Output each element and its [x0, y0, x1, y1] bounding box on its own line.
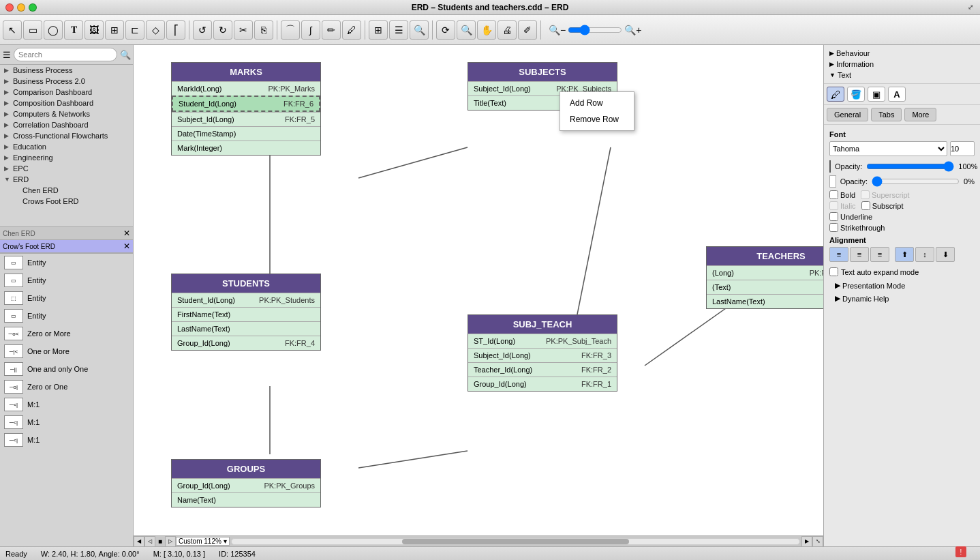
align-bottom-button[interactable]: ⬇	[936, 247, 955, 262]
italic-checkbox[interactable]	[829, 201, 838, 210]
dynamic-help-item[interactable]: ▶ Dynamic Help	[829, 292, 975, 305]
subj-teach-row-1[interactable]: Subject_Id(Long) FK:FR_3	[468, 348, 617, 362]
marks-row-1[interactable]: Student_Id(Long) FK:FR_6	[172, 95, 320, 112]
subscript-label[interactable]: Subscript	[861, 201, 904, 210]
shape-tool[interactable]: ◇	[146, 20, 165, 40]
zoom-dropdown-icon[interactable]: ▾	[224, 537, 227, 545]
superscript-checkbox[interactable]	[861, 190, 870, 199]
maximize-button[interactable]	[29, 3, 37, 12]
marks-row-3[interactable]: Date(TimeStamp)	[172, 126, 320, 141]
shape-item-entity[interactable]: ▭Entity	[0, 307, 133, 325]
stamp-tool[interactable]: ⎡	[166, 20, 185, 40]
align-center-button[interactable]: ≡	[850, 247, 869, 262]
grid-view-button[interactable]: ⊞	[369, 20, 388, 40]
remove-row-menu-item[interactable]: Remove Row	[560, 111, 634, 128]
superscript-label[interactable]: Superscript	[861, 190, 910, 199]
align-top-button[interactable]: ⬆	[895, 247, 914, 262]
subj-teach-row-3[interactable]: Group_Id(Long) FK:FR_1	[468, 377, 617, 391]
tree-item-correlation-dashboard[interactable]: ▶Correlation Dashboard	[0, 119, 133, 130]
redo-button[interactable]: ↻	[213, 20, 232, 40]
more-subtab[interactable]: More	[904, 108, 936, 121]
marks-table[interactable]: MARKS MarkId(Long) PK:PK_Marks Student_I…	[171, 62, 321, 156]
shape-item-entity[interactable]: ⬚Entity	[0, 289, 133, 307]
strikethrough-label[interactable]: Strikethrough	[829, 223, 885, 232]
list-view-button[interactable]: ☰	[389, 20, 408, 40]
teachers-table[interactable]: TEACHERS (Long) PK:PK_Te... (Text) LastN…	[706, 246, 823, 309]
tabs-subtab[interactable]: Tabs	[871, 108, 902, 121]
shape-item-m-1[interactable]: ─<|M:1	[0, 431, 133, 449]
subscript-checkbox[interactable]	[861, 201, 870, 210]
italic-label[interactable]: Italic	[829, 201, 856, 210]
font-size-input[interactable]	[950, 141, 975, 156]
search-input[interactable]	[14, 48, 117, 61]
table-tool[interactable]: ⊞	[105, 20, 124, 40]
tree-item-computers---networks[interactable]: ▶Computers & Networks	[0, 108, 133, 119]
refresh-button[interactable]: ⟳	[436, 20, 455, 40]
shape-item-zero-or-one[interactable]: ─o|Zero or One	[0, 378, 133, 396]
horizontal-scroll-thumb[interactable]	[402, 539, 629, 544]
students-row-1[interactable]: FirstName(Text)	[172, 307, 320, 321]
marks-row-2[interactable]: Subject_Id(Long) FK:FR_5	[172, 112, 320, 126]
sidebar-menu-icon[interactable]: ☰	[3, 48, 11, 61]
tree-item-business-process[interactable]: ▶Business Process	[0, 65, 133, 76]
scroll-left-button[interactable]: ◀	[134, 536, 144, 547]
zoom-in-icon[interactable]: 🔍+	[624, 25, 641, 35]
tree-item-education[interactable]: ▶Education	[0, 141, 133, 152]
subj-teach-table[interactable]: SUBJ_TEACH ST_Id(Long) PK:PK_Subj_Teach …	[468, 314, 617, 392]
align-right-button[interactable]: ≡	[870, 247, 889, 262]
close-crowsfoot-tab-icon[interactable]: ✕	[123, 241, 130, 251]
scroll-prev-button[interactable]: ◁	[144, 536, 155, 547]
tree-item-engineering[interactable]: ▶Engineering	[0, 152, 133, 163]
underline-label[interactable]: Underline	[829, 212, 872, 221]
horizontal-scroll-track[interactable]	[231, 538, 800, 545]
tree-item-crows-foot-erd[interactable]: Crows Foot ERD	[0, 196, 133, 207]
zoom-in-button[interactable]: 🔍	[457, 20, 476, 40]
opacity-slider-2[interactable]	[872, 176, 960, 187]
students-table[interactable]: STUDENTS Student_Id(Long) PK:PK_Students…	[171, 274, 321, 351]
presentation-mode-item[interactable]: ▶ Presentation Mode	[829, 279, 975, 292]
align-middle-button[interactable]: ↕	[915, 247, 934, 262]
pen-tool[interactable]: 🖊	[342, 20, 361, 40]
canvas[interactable]: MARKS MarkId(Long) PK:PK_Marks Student_I…	[134, 45, 823, 535]
add-row-menu-item[interactable]: Add Row	[560, 95, 634, 111]
tree-item-comparison-dashboard[interactable]: ▶Comparison Dashboard	[0, 87, 133, 98]
bold-checkbox[interactable]	[829, 190, 838, 199]
rectangle-tool[interactable]: ▭	[23, 20, 42, 40]
tree-item-epc[interactable]: ▶EPC	[0, 163, 133, 174]
print-button[interactable]: 🖨	[497, 20, 517, 40]
cut-button[interactable]: ✂	[234, 20, 253, 40]
zoom-out-icon[interactable]: 🔍−	[549, 25, 566, 35]
subj-teach-row-0[interactable]: ST_Id(Long) PK:PK_Subj_Teach	[468, 334, 617, 348]
connector-tool[interactable]: ⊏	[125, 20, 144, 40]
students-row-2[interactable]: LastName(Text)	[172, 321, 320, 336]
undo-button[interactable]: ↺	[193, 20, 212, 40]
crowsfoot-erd-tab[interactable]: Crow's Foot ERD	[3, 243, 122, 250]
draw-button[interactable]: ✐	[518, 20, 537, 40]
students-row-0[interactable]: Student_Id(Long) PK:PK_Students	[172, 293, 320, 307]
search-button[interactable]: 🔍	[410, 20, 429, 40]
rp-text-item[interactable]: ▼ Text	[827, 70, 977, 80]
rp-behaviour-item[interactable]: ▶ Behaviour	[827, 48, 977, 59]
style-format-icon[interactable]: ▣	[868, 87, 885, 102]
shape-item-one-or-more[interactable]: ─|<One or More	[0, 342, 133, 360]
scroll-right-button[interactable]: ▶	[801, 536, 812, 547]
tree-item-cross-functional-flowcharts[interactable]: ▶Cross-Functional Flowcharts	[0, 130, 133, 141]
tree-item-composition-dashboard[interactable]: ▶Composition Dashboard	[0, 98, 133, 108]
shape-item-zero-or-more[interactable]: ─o<Zero or More	[0, 325, 133, 342]
underline-checkbox[interactable]	[829, 212, 838, 221]
font-family-select[interactable]: Tahoma	[829, 141, 947, 156]
students-row-3[interactable]: Group_Id(Long) FK:FR_4	[172, 336, 320, 350]
shape-item-m-1[interactable]: ─<|M:1	[0, 413, 133, 431]
context-menu[interactable]: Add Row Remove Row	[560, 91, 634, 131]
shape-item-one-and-only-one[interactable]: ─||One and only One	[0, 360, 133, 378]
tree-item-erd[interactable]: ▼ERD	[0, 174, 133, 185]
bezier-tool[interactable]: ∫	[301, 20, 320, 40]
arc-tool[interactable]: ⌒	[281, 20, 300, 40]
text-auto-expand-checkbox[interactable]	[829, 267, 838, 276]
hand-tool[interactable]: ✋	[477, 20, 496, 40]
bucket-format-icon[interactable]: 🪣	[847, 87, 865, 102]
cursor-tool[interactable]: ↖	[3, 20, 22, 40]
groups-row-0[interactable]: Group_Id(Long) PK:PK_Groups	[172, 478, 320, 492]
copy-button[interactable]: ⎘	[254, 20, 273, 40]
marks-row-0[interactable]: MarkId(Long) PK:PK_Marks	[172, 81, 320, 95]
